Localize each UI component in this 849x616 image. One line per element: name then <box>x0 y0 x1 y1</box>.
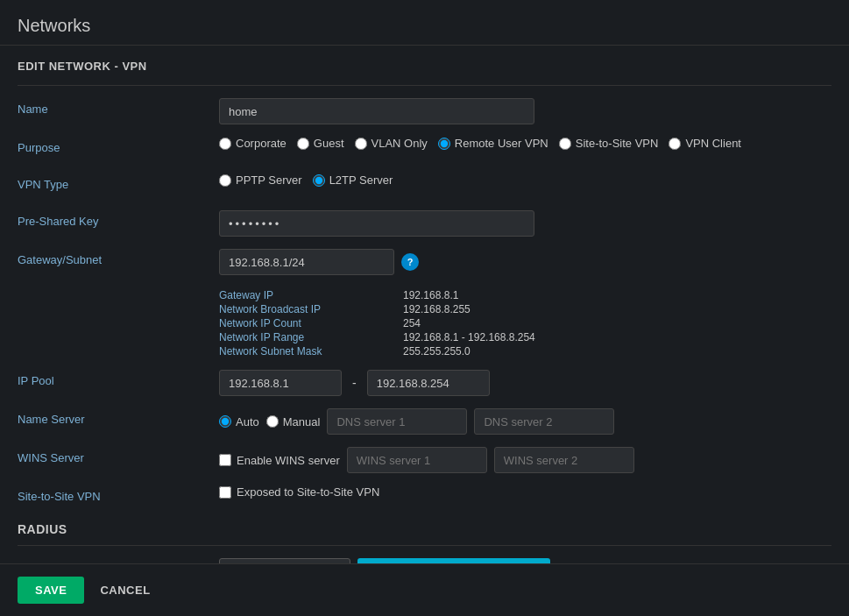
ip-count-label: Network IP Count <box>219 317 394 329</box>
purpose-vlan-only-label: VLAN Only <box>371 137 428 150</box>
ip-pool-end-input[interactable] <box>367 370 490 396</box>
wins-enable-label: Enable WINS server <box>237 454 340 467</box>
dns-auto-radio[interactable] <box>219 415 231 428</box>
broadcast-ip-label: Network Broadcast IP <box>219 303 394 315</box>
purpose-control: Corporate Guest VLAN Only Remote User VP… <box>219 137 831 150</box>
wins1-input[interactable] <box>347 447 487 473</box>
broadcast-ip-value: 192.168.8.255 <box>403 303 535 315</box>
dns-auto-label: Auto <box>236 415 259 428</box>
ip-pool-label: IP Pool <box>18 370 219 387</box>
purpose-remote-user-vpn-label: Remote User VPN <box>455 137 548 150</box>
name-input[interactable] <box>219 98 534 124</box>
dns-manual-radio[interactable] <box>266 415 279 428</box>
purpose-row: Purpose Corporate Guest VLAN Only Remote… <box>18 137 831 161</box>
radius-title: RADIUS <box>18 522 831 536</box>
name-server-label: Name Server <box>18 408 219 426</box>
purpose-guest-label: Guest <box>314 137 344 150</box>
ip-pool-start-input[interactable] <box>219 370 342 396</box>
purpose-corporate-label: Corporate <box>236 137 287 150</box>
psk-input[interactable] <box>219 210 534 237</box>
site-to-site-row: Site-to-Site VPN Exposed to Site-to-Site… <box>18 485 831 510</box>
vpn-type-control: PPTP Server L2TP Server <box>219 173 831 187</box>
purpose-vpn-client-label: VPN Client <box>685 137 741 150</box>
site-to-site-exposed-label: Exposed to Site-to-Site VPN <box>237 485 379 499</box>
purpose-site-to-site-vpn[interactable]: Site-to-Site VPN <box>559 137 659 150</box>
vpn-type-radio-group: PPTP Server L2TP Server <box>219 173 393 187</box>
vpn-type-row: VPN Type PPTP Server L2TP Server <box>18 173 831 198</box>
ip-count-value: 254 <box>403 317 535 329</box>
purpose-vlan-only[interactable]: VLAN Only <box>355 137 428 150</box>
ip-range-value: 192.168.8.1 - 192.168.8.254 <box>403 331 535 343</box>
gateway-ip-label: Gateway IP <box>219 289 394 301</box>
ip-range-label: Network IP Range <box>219 331 394 343</box>
wins-enable-checkbox-label[interactable]: Enable WINS server <box>219 454 340 467</box>
purpose-guest-radio[interactable] <box>297 138 309 150</box>
psk-row: Pre-Shared Key <box>18 210 831 237</box>
page-title: Networks <box>18 16 90 35</box>
name-control <box>219 98 831 124</box>
purpose-site-to-site-vpn-radio[interactable] <box>559 138 571 150</box>
cancel-button[interactable]: CANCEL <box>96 577 153 604</box>
dns-manual-label: Manual <box>283 415 321 428</box>
purpose-guest[interactable]: Guest <box>297 137 344 150</box>
section-divider <box>18 85 831 86</box>
edit-section-title: EDIT NETWORK - VPN <box>18 60 831 73</box>
wins-server-label: WINS Server <box>18 447 219 464</box>
purpose-remote-user-vpn-radio[interactable] <box>438 138 450 150</box>
vpn-type-pptp[interactable]: PPTP Server <box>219 173 302 187</box>
purpose-vpn-client[interactable]: VPN Client <box>669 137 741 150</box>
page-footer: SAVE CANCEL <box>0 563 849 616</box>
purpose-vlan-only-radio[interactable] <box>355 138 367 150</box>
name-row: Name <box>18 98 831 124</box>
gateway-label: Gateway/Subnet <box>18 249 219 266</box>
purpose-label: Purpose <box>18 137 219 154</box>
ip-pool-control: - <box>219 370 831 396</box>
gateway-info: Gateway IP 192.168.8.1 Network Broadcast… <box>219 289 535 358</box>
ip-pool-separator: - <box>349 376 360 390</box>
gateway-control: ? Gateway IP 192.168.8.1 Network Broadca… <box>219 249 831 358</box>
dns1-input[interactable] <box>327 408 467 435</box>
psk-control <box>219 210 831 237</box>
gateway-ip-value: 192.168.8.1 <box>403 289 535 301</box>
wins-server-control: Enable WINS server <box>219 447 831 473</box>
purpose-vpn-client-radio[interactable] <box>669 138 681 150</box>
save-button[interactable]: SAVE <box>18 577 84 604</box>
purpose-remote-user-vpn[interactable]: Remote User VPN <box>438 137 548 150</box>
wins-server-row: WINS Server Enable WINS server <box>18 447 831 473</box>
psk-label: Pre-Shared Key <box>18 210 219 228</box>
gateway-help-icon[interactable]: ? <box>401 253 419 271</box>
vpn-type-l2tp-radio[interactable] <box>313 174 325 187</box>
dns-manual[interactable]: Manual <box>266 415 321 428</box>
gateway-row: Gateway/Subnet ? Gateway IP 192.168.8.1 … <box>18 249 831 358</box>
ip-pool-row: IP Pool - <box>18 370 831 396</box>
gateway-input[interactable] <box>219 249 394 275</box>
wins-enable-checkbox[interactable] <box>219 454 231 466</box>
vpn-type-pptp-radio[interactable] <box>219 174 231 187</box>
wins2-input[interactable] <box>494 447 634 473</box>
purpose-radio-group: Corporate Guest VLAN Only Remote User VP… <box>219 137 741 150</box>
dns2-input[interactable] <box>474 408 614 435</box>
site-to-site-label: Site-to-Site VPN <box>18 485 219 503</box>
purpose-site-to-site-vpn-label: Site-to-Site VPN <box>576 137 659 150</box>
site-to-site-checkbox-label[interactable]: Exposed to Site-to-Site VPN <box>219 485 379 499</box>
subnet-mask-value: 255.255.255.0 <box>403 345 535 358</box>
gateway-top: ? <box>219 249 419 275</box>
purpose-corporate-radio[interactable] <box>219 138 231 150</box>
site-to-site-checkbox[interactable] <box>219 486 231 499</box>
name-label: Name <box>18 98 219 116</box>
name-server-control: Auto Manual <box>219 408 831 435</box>
dns-auto[interactable]: Auto <box>219 415 259 428</box>
site-to-site-control: Exposed to Site-to-Site VPN <box>219 485 831 499</box>
name-server-row: Name Server Auto Manual <box>18 408 831 435</box>
radius-divider <box>18 545 831 546</box>
purpose-corporate[interactable]: Corporate <box>219 137 287 150</box>
vpn-type-l2tp[interactable]: L2TP Server <box>313 173 393 187</box>
vpn-type-label: VPN Type <box>18 173 219 191</box>
subnet-mask-label: Network Subnet Mask <box>219 345 394 358</box>
vpn-type-pptp-label: PPTP Server <box>236 173 302 187</box>
vpn-type-l2tp-label: L2TP Server <box>329 173 393 187</box>
